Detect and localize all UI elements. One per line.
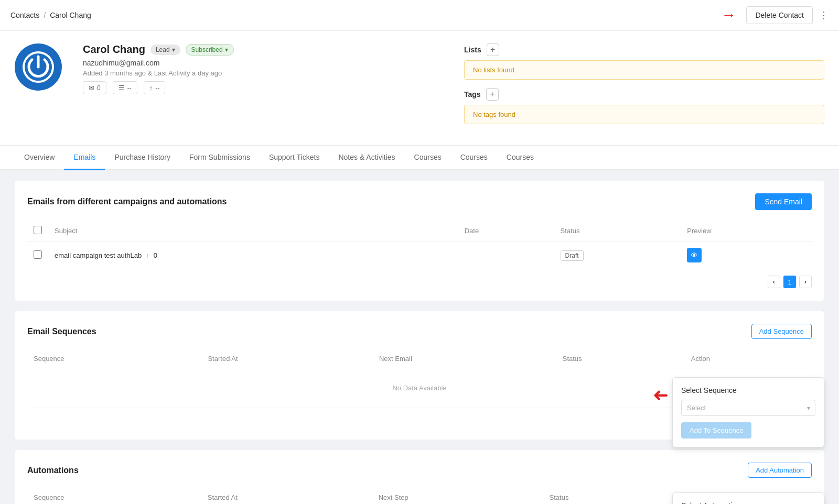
tab-emails[interactable]: Emails	[64, 146, 105, 170]
seq-col-status: Status	[556, 349, 685, 368]
file-stat[interactable]: ☰ --	[113, 81, 137, 94]
tags-label: Tags	[464, 90, 481, 98]
sequences-title: Email Sequences	[27, 327, 96, 336]
add-to-sequence-button[interactable]: Add To Sequence	[681, 422, 751, 439]
email-stat-icon: ✉	[89, 84, 94, 92]
red-arrow-sequence: ➜	[653, 384, 669, 406]
contact-info: Carol Chang Lead ▾ Subscribed ▾ nazudhim…	[83, 43, 443, 94]
delete-contact-button[interactable]: Delete Contact	[746, 6, 813, 24]
preview-button[interactable]: 👁	[687, 248, 702, 262]
email-subject-cell: email campaign test authLab ↑ 0	[48, 242, 458, 269]
subscribed-tag[interactable]: Subscribed ▾	[186, 44, 234, 56]
automation-dropdown-panel: Select Automation Select Add To Automati…	[672, 492, 824, 504]
delete-arrow-indicator: →	[721, 7, 736, 24]
email-preview: 👁	[681, 242, 812, 269]
add-tag-button[interactable]: +	[486, 88, 499, 101]
next-page-button[interactable]: ›	[799, 276, 812, 288]
tab-overview[interactable]: Overview	[15, 146, 64, 170]
auto-col-sequence: Sequence	[27, 488, 201, 504]
contact-header: Carol Chang Lead ▾ Subscribed ▾ nazudhim…	[0, 31, 839, 146]
emails-table-footer: ‹ 1 ›	[27, 269, 812, 288]
auto-col-started-at: Started At	[201, 488, 372, 504]
tab-support-tickets[interactable]: Support Tickets	[260, 146, 329, 170]
email-subject-text: email campaign test authLab	[55, 251, 142, 259]
email-stat[interactable]: ✉ 0	[83, 81, 106, 94]
auto-col-status: Status	[543, 488, 672, 504]
current-page-num: 1	[783, 276, 796, 288]
col-date: Date	[458, 221, 554, 242]
no-tags-box: No tags found	[464, 105, 824, 124]
dots-menu-icon[interactable]: ⋮	[819, 9, 829, 21]
email-status: Draft	[554, 242, 681, 269]
emails-header-row: Emails from different campaigns and auto…	[27, 193, 812, 210]
emails-pagination: ‹ 1 ›	[768, 276, 812, 288]
file-stat-icon: ☰	[119, 84, 125, 92]
breadcrumb-separator: /	[44, 11, 46, 19]
prev-page-button[interactable]: ‹	[768, 276, 780, 288]
emails-title: Emails from different campaigns and auto…	[27, 197, 227, 206]
email-send-icon: ↑	[146, 251, 149, 259]
tabs-bar: Overview Emails Purchase History Form Su…	[0, 146, 839, 170]
tab-courses-2[interactable]: Courses	[451, 146, 497, 170]
select-all-emails-checkbox[interactable]	[34, 226, 42, 234]
seq-col-started-at: Started At	[201, 349, 373, 368]
add-automation-button[interactable]: Add Automation	[748, 463, 812, 478]
col-preview: Preview	[681, 221, 812, 242]
contact-email: nazudhimu@gmail.com	[83, 59, 443, 67]
seq-col-next-email: Next Email	[373, 349, 556, 368]
tab-form-submissions[interactable]: Form Submissions	[180, 146, 260, 170]
lists-row: Lists + No lists found	[464, 43, 824, 80]
add-sequence-button[interactable]: Add Sequence	[751, 324, 812, 339]
avatar-power-icon	[23, 51, 54, 83]
contact-name-row: Carol Chang Lead ▾ Subscribed ▾	[83, 43, 443, 56]
contact-stats: ✉ 0 ☰ -- ↑ --	[83, 81, 443, 94]
add-list-button[interactable]: +	[487, 43, 499, 56]
email-row-checkbox[interactable]	[34, 250, 42, 259]
tab-courses-1[interactable]: Courses	[405, 146, 451, 170]
contact-added: Added 3 months ago & Last Activity a day…	[83, 69, 443, 77]
activity-stat[interactable]: ↑ --	[144, 81, 166, 94]
sequence-select-wrapper: Select	[681, 400, 815, 416]
sequence-dropdown-label: Select Sequence	[681, 386, 815, 395]
no-lists-box: No lists found	[464, 60, 824, 80]
col-subject: Subject	[48, 221, 458, 242]
email-row: email campaign test authLab ↑ 0 Draft 👁	[27, 242, 812, 269]
activity-stat-icon: ↑	[149, 84, 153, 92]
sequence-select[interactable]: Select	[681, 400, 815, 416]
top-bar-right: → Delete Contact ⋮	[721, 6, 829, 24]
lead-tag[interactable]: Lead ▾	[150, 45, 180, 55]
contact-name: Carol Chang	[83, 43, 145, 56]
draft-status-badge: Draft	[561, 250, 584, 261]
email-count: 0	[154, 251, 157, 259]
col-status: Status	[554, 221, 681, 242]
automations-header-row: Automations Add Automation	[27, 463, 812, 478]
lists-label-row: Lists +	[464, 43, 824, 56]
breadcrumb-contacts[interactable]: Contacts	[10, 11, 39, 19]
emails-card: Emails from different campaigns and auto…	[15, 181, 824, 301]
avatar	[15, 43, 62, 91]
email-date	[458, 242, 554, 269]
main-content: Emails from different campaigns and auto…	[0, 170, 839, 504]
top-bar: Contacts / Carol Chang → Delete Contact …	[0, 0, 839, 31]
automation-dropdown-label: Select Automation	[681, 501, 815, 504]
tags-label-row: Tags +	[464, 88, 824, 101]
seq-col-sequence: Sequence	[27, 349, 201, 368]
tab-courses-3[interactable]: Courses	[497, 146, 543, 170]
lists-label: Lists	[464, 46, 481, 54]
auto-col-next-step: Next Step	[372, 488, 543, 504]
tab-purchase-history[interactable]: Purchase History	[105, 146, 180, 170]
breadcrumb-current: Carol Chang	[50, 11, 91, 19]
send-email-button[interactable]: Send Email	[755, 193, 812, 210]
automations-title: Automations	[27, 466, 79, 475]
sequences-header-row: Email Sequences Add Sequence	[27, 324, 812, 339]
tags-row: Tags + No tags found	[464, 88, 824, 124]
sequence-dropdown-panel: Select Sequence Select Add To Sequence	[672, 377, 824, 447]
breadcrumb: Contacts / Carol Chang	[10, 11, 91, 19]
tab-notes-activities[interactable]: Notes & Activities	[329, 146, 404, 170]
seq-col-action: Action	[685, 349, 812, 368]
lists-tags-section: Lists + No lists found Tags + No tags fo…	[464, 43, 824, 133]
emails-table: Subject Date Status Preview email campai…	[27, 221, 812, 269]
